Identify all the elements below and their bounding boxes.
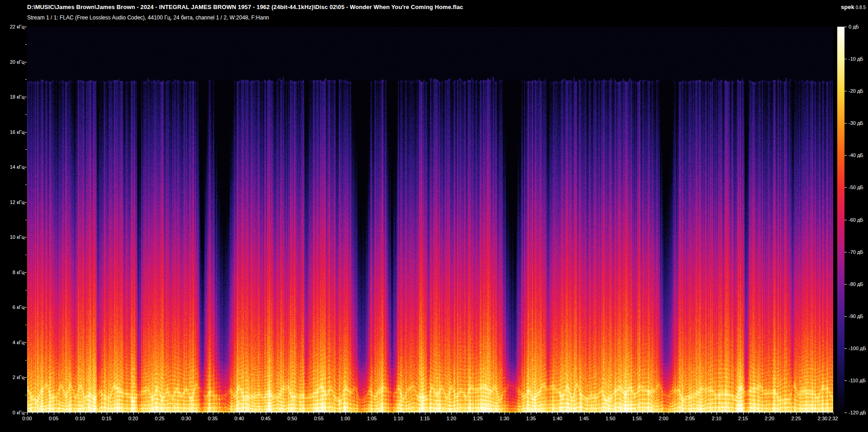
freq-label: 22 кГц bbox=[1, 24, 24, 29]
axis-tick bbox=[282, 413, 282, 414]
time-end-label: 2:32 bbox=[828, 416, 838, 421]
axis-tick bbox=[25, 185, 27, 185]
axis-tick bbox=[441, 413, 441, 414]
axis-tick bbox=[844, 348, 847, 349]
freq-label: 14 кГц bbox=[1, 164, 24, 170]
axis-tick bbox=[361, 413, 362, 414]
axis-tick bbox=[330, 413, 330, 414]
axis-tick bbox=[844, 220, 847, 220]
axis-tick bbox=[112, 413, 113, 414]
axis-tick bbox=[695, 413, 696, 414]
axis-tick bbox=[600, 413, 600, 414]
axis-tick bbox=[160, 413, 160, 415]
axis-tick bbox=[24, 413, 27, 413]
axis-tick bbox=[685, 413, 685, 414]
axis-tick bbox=[133, 413, 134, 415]
axis-tick bbox=[727, 413, 727, 414]
axis-tick bbox=[144, 413, 144, 414]
axis-tick bbox=[24, 272, 27, 273]
axis-tick bbox=[478, 413, 478, 415]
time-label: 1:25 bbox=[473, 416, 482, 421]
axis-tick bbox=[472, 413, 473, 414]
axis-tick bbox=[101, 413, 102, 414]
axis-tick bbox=[117, 413, 118, 414]
axis-tick bbox=[679, 413, 680, 414]
axis-tick bbox=[382, 413, 383, 414]
time-label: 1:20 bbox=[447, 416, 456, 421]
axis-tick bbox=[24, 132, 27, 133]
time-label: 0:25 bbox=[155, 416, 165, 421]
axis-tick bbox=[276, 413, 277, 414]
axis-tick bbox=[690, 413, 690, 415]
axis-tick bbox=[208, 413, 208, 414]
axis-tick bbox=[245, 413, 245, 414]
app-name: spek bbox=[841, 4, 854, 10]
axis-tick bbox=[844, 91, 847, 91]
axis-tick bbox=[844, 380, 847, 381]
axis-tick bbox=[568, 413, 568, 414]
axis-tick bbox=[393, 413, 393, 414]
axis-tick bbox=[509, 413, 510, 414]
axis-tick bbox=[223, 413, 224, 414]
axis-tick bbox=[25, 114, 27, 115]
db-label: -120 дБ bbox=[849, 410, 866, 415]
db-label: -50 дБ bbox=[849, 185, 863, 190]
time-label: 0:00 bbox=[22, 416, 32, 421]
freq-label: 16 кГц bbox=[1, 129, 24, 135]
time-label: 0:05 bbox=[49, 416, 58, 421]
db-label: -70 дБ bbox=[849, 249, 863, 255]
axis-tick bbox=[24, 342, 27, 343]
axis-tick bbox=[404, 413, 404, 414]
axis-tick bbox=[24, 27, 27, 27]
axis-tick bbox=[653, 413, 653, 414]
axis-tick bbox=[833, 413, 834, 414]
axis-tick bbox=[780, 413, 781, 414]
axis-tick bbox=[64, 413, 65, 414]
axis-tick bbox=[632, 413, 632, 414]
axis-tick bbox=[250, 413, 250, 414]
db-label: -90 дБ bbox=[849, 313, 863, 319]
axis-tick bbox=[796, 413, 797, 415]
axis-tick bbox=[430, 413, 431, 414]
db-label: -100 дБ bbox=[849, 346, 866, 351]
freq-label: 2 кГц bbox=[1, 375, 24, 380]
axis-tick bbox=[271, 413, 272, 414]
axis-tick bbox=[435, 413, 436, 414]
axis-tick bbox=[701, 413, 701, 414]
axis-tick bbox=[844, 59, 847, 59]
axis-tick bbox=[457, 413, 457, 414]
axis-tick bbox=[25, 395, 27, 395]
axis-tick bbox=[584, 413, 585, 415]
axis-tick bbox=[138, 413, 139, 414]
axis-tick bbox=[610, 413, 611, 415]
time-label: 2:10 bbox=[712, 416, 721, 421]
axis-tick bbox=[239, 413, 240, 415]
axis-tick bbox=[292, 413, 293, 415]
axis-tick bbox=[165, 413, 165, 414]
time-label: 1:55 bbox=[632, 416, 642, 421]
axis-tick bbox=[743, 413, 744, 415]
axis-tick bbox=[711, 413, 712, 414]
axis-tick bbox=[499, 413, 500, 414]
axis-tick bbox=[80, 413, 80, 415]
axis-tick bbox=[542, 413, 542, 414]
axis-tick bbox=[33, 413, 33, 414]
axis-tick bbox=[637, 413, 637, 415]
time-label: 1:05 bbox=[367, 416, 377, 421]
axis-tick bbox=[24, 202, 27, 203]
freq-label: 10 кГц bbox=[1, 234, 24, 240]
time-label: 1:15 bbox=[420, 416, 429, 421]
axis-tick bbox=[324, 413, 325, 414]
axis-tick bbox=[308, 413, 309, 414]
axis-tick bbox=[844, 27, 847, 27]
axis-tick bbox=[91, 413, 91, 414]
db-label: -30 дБ bbox=[849, 120, 863, 126]
time-label: 0:35 bbox=[208, 416, 217, 421]
axis-tick bbox=[791, 413, 791, 414]
axis-tick bbox=[812, 413, 812, 414]
axis-tick bbox=[24, 377, 27, 378]
time-label: 1:35 bbox=[526, 416, 536, 421]
axis-tick bbox=[425, 413, 425, 415]
time-label: 0:30 bbox=[181, 416, 191, 421]
axis-tick bbox=[25, 360, 27, 361]
